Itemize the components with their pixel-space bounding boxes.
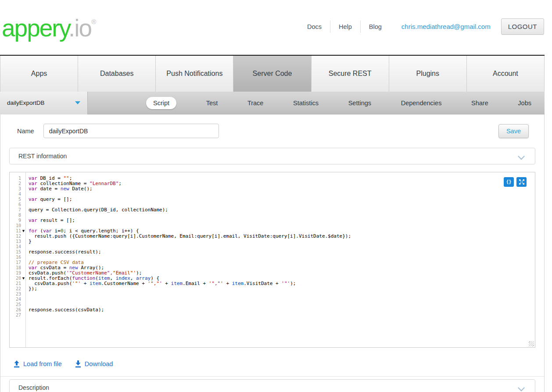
- fullscreen-button[interactable]: [516, 177, 527, 187]
- rest-information-panel[interactable]: REST information: [9, 148, 535, 164]
- line-number: 23: [10, 292, 21, 297]
- fold-spacer: [21, 234, 26, 239]
- download-link[interactable]: Download: [75, 360, 113, 368]
- line-number: 4: [10, 192, 21, 197]
- resize-grip[interactable]: [529, 341, 534, 346]
- code-text: var query = [];: [26, 197, 72, 202]
- name-input[interactable]: [43, 124, 219, 138]
- description-panel[interactable]: Description: [9, 379, 535, 392]
- code-line[interactable]: 16: [10, 255, 535, 260]
- fold-spacer: [21, 271, 26, 276]
- code-text: response.success(csvData);: [26, 307, 104, 313]
- code-line[interactable]: 21 csvData.push('"' + item.CustomerName …: [10, 281, 535, 286]
- upload-icon: [14, 360, 20, 368]
- code-text: [26, 297, 29, 302]
- fold-spacer: [21, 181, 26, 186]
- code-line[interactable]: 3var date = new Date();: [10, 186, 535, 192]
- code-line[interactable]: 23: [10, 292, 535, 297]
- code-line[interactable]: 5var query = [];: [10, 197, 535, 202]
- docs-link[interactable]: Docs: [299, 21, 330, 33]
- line-number: 11: [10, 228, 21, 234]
- fold-spacer: [21, 202, 26, 207]
- fold-spacer: [21, 292, 26, 297]
- code-text: [26, 292, 29, 297]
- fold-marker-icon[interactable]: ▼: [21, 228, 26, 234]
- line-number: 3: [10, 186, 21, 192]
- subnav-tab-share[interactable]: Share: [471, 100, 488, 107]
- code-text: response.success(result);: [26, 249, 101, 255]
- subnav-tab-dependencies[interactable]: Dependencies: [401, 100, 442, 107]
- fold-spacer: [21, 255, 26, 260]
- main-nav-tab-push-notifications[interactable]: Push Notifications: [156, 56, 233, 92]
- line-number: 10: [10, 223, 21, 228]
- code-text: csvData.push('"' + item.CustomerName + '…: [26, 281, 296, 286]
- code-line[interactable]: 7query = Collection.query(DB_id, collect…: [10, 207, 535, 213]
- help-link[interactable]: Help: [330, 21, 360, 33]
- line-number: 21: [10, 281, 21, 286]
- download-icon: [75, 360, 81, 368]
- fold-spacer: [21, 313, 26, 318]
- code-line[interactable]: 26response.success(csvData);: [10, 307, 535, 313]
- code-line[interactable]: 27: [10, 313, 535, 318]
- project-dropdown[interactable]: dailyExportDB: [0, 92, 88, 114]
- line-number: 25: [10, 302, 21, 307]
- line-number: 15: [10, 249, 21, 255]
- code-line[interactable]: 8: [10, 213, 535, 218]
- code-editor[interactable]: 1var DB_id = "";2var collectionName = "L…: [9, 172, 535, 348]
- save-button[interactable]: Save: [498, 124, 529, 138]
- chevron-down-icon[interactable]: [518, 154, 525, 161]
- expand-arrows-icon: [519, 179, 525, 185]
- account-email-link[interactable]: chris.mediathread@gmail.com: [401, 23, 491, 30]
- project-name: dailyExportDB: [7, 100, 45, 106]
- subnav-tab-jobs[interactable]: Jobs: [518, 100, 531, 107]
- subnav-tabs: ScriptTestTraceStatisticsSettingsDepende…: [146, 97, 531, 109]
- main-nav-tab-server-code[interactable]: Server Code: [233, 56, 311, 92]
- chevron-down-icon[interactable]: [518, 386, 525, 392]
- description-title: Description: [18, 384, 49, 391]
- subnav-tab-trace[interactable]: Trace: [247, 100, 264, 107]
- main-nav-tab-databases[interactable]: Databases: [78, 56, 156, 92]
- line-number: 16: [10, 255, 21, 260]
- line-number: 20: [10, 276, 21, 281]
- subnav-tab-settings[interactable]: Settings: [348, 100, 371, 107]
- code-text: var result = [];: [26, 218, 75, 223]
- code-line[interactable]: 9var result = [];: [10, 218, 535, 223]
- code-line[interactable]: 22});: [10, 286, 535, 292]
- code-text: var date = new Date();: [26, 186, 93, 192]
- code-line[interactable]: 24: [10, 297, 535, 302]
- registered-mark: ®: [91, 18, 96, 25]
- line-number: 24: [10, 297, 21, 302]
- code-text: });: [26, 286, 37, 292]
- code-line[interactable]: 4: [10, 192, 535, 197]
- line-number: 22: [10, 286, 21, 292]
- line-number: 12: [10, 234, 21, 239]
- main-nav-tab-apps[interactable]: Apps: [0, 56, 78, 92]
- line-number: 26: [10, 307, 21, 313]
- code-line[interactable]: 13}: [10, 239, 535, 244]
- code-text: query = Collection.query(DB_id, collecti…: [26, 207, 168, 213]
- code-text: result.push ({CustomerName:query[i].Cust…: [26, 234, 351, 239]
- file-actions: Load from file Download: [14, 359, 544, 369]
- main-nav: AppsDatabasesPush NotificationsServer Co…: [0, 55, 545, 92]
- main-nav-tab-account[interactable]: Account: [467, 56, 545, 92]
- subnav-tab-test[interactable]: Test: [206, 100, 218, 107]
- code-line[interactable]: 15response.success(result);: [10, 249, 535, 255]
- fold-marker-icon[interactable]: ▼: [21, 276, 26, 281]
- caret-down-icon: [75, 101, 80, 104]
- main-nav-tab-secure-rest[interactable]: Secure REST: [312, 56, 389, 92]
- rest-information-title: REST information: [18, 153, 67, 160]
- fold-spacer: [21, 176, 26, 181]
- code-line[interactable]: 12 result.push ({CustomerName:query[i].C…: [10, 234, 535, 239]
- appery-logo[interactable]: appery.io®: [2, 14, 96, 42]
- load-from-file-link[interactable]: Load from file: [14, 360, 62, 368]
- line-number: 14: [10, 244, 21, 249]
- blog-link[interactable]: Blog: [360, 21, 390, 33]
- line-number: 8: [10, 213, 21, 218]
- subnav-tab-script[interactable]: Script: [146, 97, 176, 109]
- main-nav-tab-plugins[interactable]: Plugins: [389, 56, 467, 92]
- logout-button[interactable]: LOGOUT: [501, 18, 544, 35]
- subnav-tab-statistics[interactable]: Statistics: [293, 100, 319, 107]
- fold-spacer: [21, 244, 26, 249]
- line-number: 7: [10, 207, 21, 213]
- format-code-button[interactable]: {}: [504, 177, 514, 187]
